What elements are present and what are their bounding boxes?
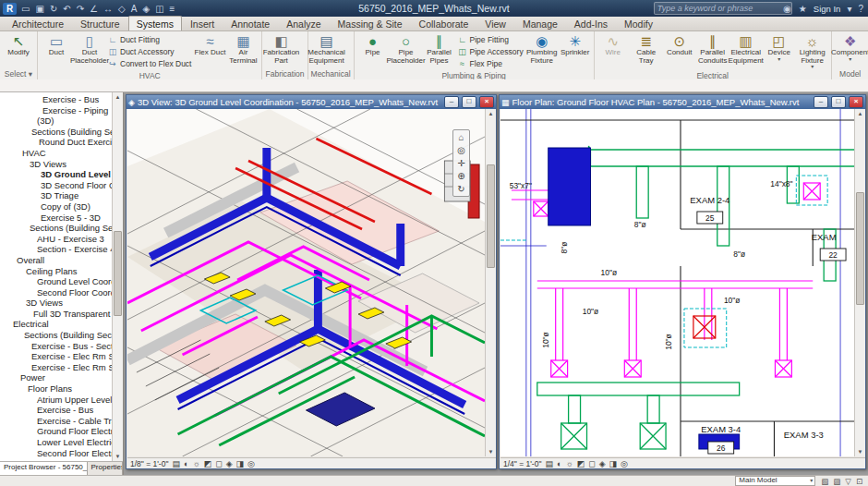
tree-item[interactable]: Exercise - Elec Rm Section [0,362,112,373]
tree-item[interactable]: Lower Level Electrical [0,437,112,448]
tree-item[interactable]: Ground Floor Electrical [0,426,112,437]
design-options-icon[interactable]: ▨ [833,477,840,486]
scrollbar-thumb[interactable] [114,231,122,316]
window-title-bar-3d[interactable]: ◈ 3D View: 3D Ground Level Coordination … [127,95,496,109]
panel-caption-select[interactable]: Select ▾ [0,69,37,79]
visual-style-icon[interactable]: ◐ [184,459,188,468]
restore-button[interactable]: □ [831,96,846,108]
sun-path-icon[interactable]: ☼ [192,459,199,468]
ribbon-button-wire[interactable]: ∿Wire [597,32,630,70]
crop-view-icon[interactable]: ◻ [588,459,595,468]
ribbon-button-electrical-equipment[interactable]: ▥Electrical Equipment [729,32,763,70]
tree-item[interactable]: Floor Plans [0,383,112,395]
detail-level-icon[interactable]: ▤ [172,459,180,468]
dropdown-caret-icon[interactable]: ▾ [778,57,780,62]
scroll-down-icon[interactable]: ▼ [855,447,865,456]
ribbon-tab-systems[interactable]: Systems [128,16,182,30]
ribbon-button-duct[interactable]: ▭Duct [40,32,73,70]
ribbon-button-device[interactable]: ◰Device▾ [763,32,796,70]
minimize-button[interactable]: – [814,96,828,108]
tree-item[interactable]: Exercise - Bus [0,405,112,416]
ribbon-button-air-terminal[interactable]: ▦Air Terminal [226,32,259,70]
scroll-up-icon[interactable]: ▲ [855,109,865,118]
ribbon-button-component[interactable]: ❖Component▾ [834,32,867,68]
orbit-icon[interactable]: ↻ [457,184,464,194]
tag-by-category-icon[interactable]: ◇ [118,4,126,14]
crop-view-icon[interactable]: ◻ [215,459,222,468]
vertical-scrollbar[interactable]: ▲ ▼ [485,109,496,456]
tree-item[interactable]: Sections (Building Section) [0,127,112,138]
tree-item[interactable]: Copy of (3D) [0,201,112,213]
shadows-icon[interactable]: ◩ [204,459,212,468]
plan-view-canvas[interactable]: 53"x7"14"x8"EXAM 2-425EXAM228"ø8"ø8"ø10"… [500,109,854,456]
scroll-down-icon[interactable]: ▼ [486,447,496,456]
active-workset-dropdown[interactable]: Main Model [735,476,815,486]
ribbon-button-pipe-placeholder[interactable]: ○Pipe Placeholder [390,32,423,70]
selection-toggle-icon[interactable]: ⊡ [856,477,862,486]
modify-button[interactable]: ↖ Modify [2,32,35,68]
ribbon-tab-structure[interactable]: Structure [72,16,128,30]
reveal-hidden-icon[interactable]: ◎ [247,459,255,468]
vertical-scrollbar[interactable]: ▲ ▼ [854,109,865,456]
tree-item[interactable]: Round Duct Exercise [0,137,112,148]
ribbon-tab-massing-site[interactable]: Massing & Site [330,16,411,30]
tree-item[interactable]: Exercise - Cable Tray [0,416,112,427]
tree-item[interactable]: Power [0,372,112,383]
tree-item[interactable]: Overall [0,255,112,266]
tree-item[interactable]: Exercise - Bus [0,94,112,105]
close-button[interactable]: × [479,96,494,108]
ribbon-button-conduit[interactable]: ⊙Conduit [663,32,696,70]
ribbon-button-parallel-pipes[interactable]: ∥Parallel Pipes [423,32,456,70]
tree-item[interactable]: 3D Views [0,159,112,170]
tree-item[interactable]: Sections (Building Section) [0,223,112,234]
scroll-down-icon[interactable]: ▼ [113,452,123,461]
ribbon-button-flex-duct[interactable]: ≈Flex Duct [193,32,226,70]
minimize-button[interactable]: – [444,96,459,108]
tree-item[interactable]: 3D Triage [0,190,112,201]
ribbon-tab-analyze[interactable]: Analyze [278,16,329,30]
ribbon-tab-add-ins[interactable]: Add-Ins [566,16,616,30]
tree-item[interactable]: Exercise - Bus - Section [0,341,112,352]
tree-item[interactable]: Ceiling Plans [0,266,112,277]
ribbon-button-duct-placeholder[interactable]: ▯Duct Placeholder [73,32,106,70]
ribbon-button-pipe[interactable]: ●Pipe [356,32,390,70]
ribbon-button-pipe-accessory[interactable]: ◫Pipe Accessory [458,45,524,57]
close-button[interactable]: × [849,96,863,108]
temporary-hide-isolate-icon[interactable]: ◨ [236,459,245,468]
filter-icon[interactable]: ▽ [845,477,851,486]
search-box[interactable]: ◉ [654,2,792,15]
window-title-bar-plan[interactable]: ▦ Floor Plan: Ground Floor HVAC Plan - 5… [500,95,865,109]
ribbon-button-duct-accessory[interactable]: ◫Duct Accessory [108,45,191,57]
aligned-dimension-icon[interactable]: ↔ [103,4,113,14]
favorites-icon[interactable]: ★ [799,4,807,14]
sign-in-button[interactable]: Sign In [814,4,841,14]
tree-item[interactable]: 3D Views [0,298,112,309]
scroll-up-icon[interactable]: ▲ [113,92,123,102]
ribbon-tab-insert[interactable]: Insert [182,16,223,30]
undo-icon[interactable]: ↶ [63,4,70,14]
ribbon-tab-architecture[interactable]: Architecture [4,16,72,30]
ribbon-tab-modify[interactable]: Modify [616,16,661,30]
detail-level-icon[interactable]: ▤ [545,459,553,468]
ribbon-button-sprinkler[interactable]: ✳Sprinkler [559,32,592,70]
text-icon[interactable]: A [131,4,138,14]
ribbon-button-plumbing-fixture[interactable]: ◉Plumbing Fixture [525,32,559,70]
tree-item[interactable]: Electrical [0,319,112,330]
ribbon-tab-manage[interactable]: Manage [514,16,566,30]
scrollbar-thumb[interactable] [487,164,495,268]
tree-item[interactable]: Exercise - Piping [0,105,112,116]
tree-item[interactable]: 3D Ground Level Coordination [0,169,112,180]
dropdown-caret-icon[interactable]: ▾ [811,65,814,69]
sync-with-central-icon[interactable]: ↻ [50,4,57,14]
sun-path-icon[interactable]: ☼ [565,459,573,468]
tree-item[interactable]: HVAC [0,148,112,159]
full-navigation-wheel-icon[interactable]: ◎ [457,145,465,155]
temporary-hide-isolate-icon[interactable]: ◨ [609,459,618,468]
search-icon[interactable]: ◉ [783,4,791,14]
tree-item[interactable]: Sections (Building Section) [0,330,112,341]
tree-item[interactable]: Second Floor Electrical [0,448,112,459]
ribbon-button-duct-fitting[interactable]: ∟Duct Fitting [108,33,191,45]
tree-item[interactable]: Full 3D Transparent View [0,309,112,320]
section-icon[interactable]: ◫ [155,4,163,14]
application-menu-button[interactable]: R [3,3,17,15]
